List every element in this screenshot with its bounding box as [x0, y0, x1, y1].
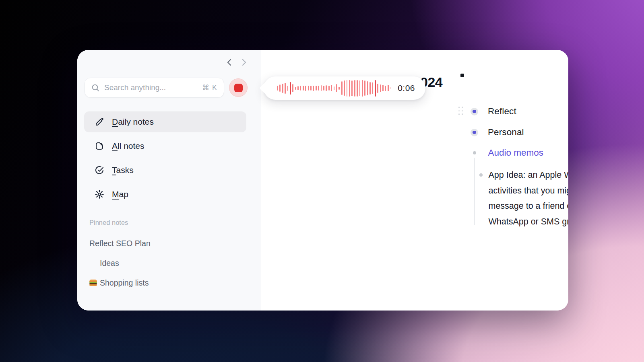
history-forward-button[interactable] — [239, 58, 248, 67]
bullet-icon[interactable] — [473, 151, 476, 154]
sidebar-item-label: Map — [112, 189, 128, 199]
outline-item-audio-memos: Audio memos — [471, 148, 543, 158]
sidebar-item-daily-notes[interactable]: Daily notes — [84, 111, 246, 132]
outline-label[interactable]: Personal — [488, 127, 524, 138]
sidebar-nav: Daily notes All notes Tasks — [84, 111, 246, 208]
chevron-left-icon — [226, 58, 232, 66]
memo-line: App Idea: an Apple Watch app similar to … — [489, 167, 569, 183]
memo-line: WhatsApp or SMS group. — [489, 214, 569, 230]
outline-item-app-idea: App Idea: an Apple Watch app similar to … — [479, 167, 568, 230]
pinned-item-shopping-lists[interactable]: Shopping lists — [89, 277, 149, 289]
chevron-right-icon — [241, 58, 247, 66]
sidebar: ⌘ K Daily notes All notes — [77, 50, 261, 311]
search-input[interactable] — [104, 83, 202, 92]
map-burst-icon — [94, 189, 105, 200]
note-editor: 024 0:06 Reflect Personal Audio memos Ap — [262, 50, 568, 311]
sidebar-item-label: Tasks — [112, 165, 134, 175]
bullet-icon[interactable] — [479, 173, 483, 177]
pinned-item-ideas[interactable]: Ideas — [89, 257, 119, 269]
history-back-button[interactable] — [225, 58, 233, 67]
recording-timer: 0:06 — [398, 83, 415, 93]
burger-icon — [89, 280, 100, 286]
check-circle-icon — [94, 165, 105, 175]
note-title-peek — [460, 74, 464, 77]
drag-handle-icon[interactable] — [457, 106, 464, 116]
sidebar-item-label: All notes — [112, 141, 144, 151]
pinned-notes-header: Pinned notes — [89, 219, 128, 226]
waveform — [277, 76, 390, 100]
memo-text[interactable]: App Idea: an Apple Watch app similar to … — [489, 167, 569, 230]
sidebar-item-label: Daily notes — [112, 117, 154, 127]
recording-stop-button[interactable] — [229, 78, 248, 97]
pinned-item-reflect-seo-plan[interactable]: Reflect SEO Plan — [89, 237, 151, 249]
memo-line: activities that you might do alone, wher… — [489, 183, 569, 199]
collapsed-bullet[interactable] — [471, 129, 478, 136]
sidebar-item-tasks[interactable]: Tasks — [84, 160, 246, 181]
search-shortcut: ⌘ K — [202, 83, 217, 92]
audio-memos-link[interactable]: Audio memos — [488, 148, 544, 158]
stop-icon — [234, 84, 243, 92]
outline-item-personal: Personal — [471, 127, 524, 138]
memo-line: message to a friend or family chat to co… — [489, 198, 569, 214]
audio-recorder-popover: 0:06 — [264, 76, 425, 100]
outline-label[interactable]: Reflect — [488, 106, 516, 117]
search-icon — [91, 84, 100, 92]
sidebar-item-all-notes[interactable]: All notes — [84, 136, 246, 156]
note-page-icon — [94, 141, 105, 151]
collapsed-bullet[interactable] — [471, 108, 478, 115]
pencil-icon — [94, 117, 105, 127]
indent-guide-line — [474, 158, 475, 225]
lightbulb-icon — [89, 259, 100, 267]
sidebar-item-map[interactable]: Map — [84, 184, 246, 205]
app-window: ⌘ K Daily notes All notes — [77, 50, 568, 311]
search-box[interactable]: ⌘ K — [85, 78, 224, 98]
outline-item-reflect: Reflect — [471, 106, 516, 117]
